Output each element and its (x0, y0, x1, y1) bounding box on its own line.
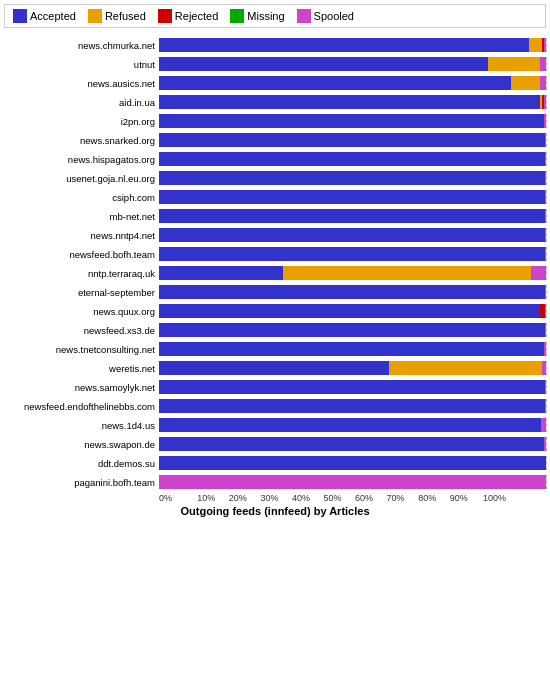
grid-line (546, 285, 547, 299)
bar-segment-spooled (545, 304, 546, 318)
bar-segment-accepted (159, 399, 545, 413)
bar-wrapper (159, 342, 546, 356)
bar-area: 579311 (159, 380, 546, 394)
chart-row: news.hispagatos.org874916 (4, 150, 546, 168)
bar-wrapper (159, 380, 546, 394)
bar-segment-refused (529, 38, 543, 52)
bar-wrapper (159, 171, 546, 185)
grid-line (546, 437, 547, 451)
chart-row: news.tnetconsulting.net698411 (4, 340, 546, 358)
chart-row: news.chmurka.net67763019 (4, 36, 546, 54)
bar-segment-accepted (159, 76, 511, 90)
chart-row: news.ausics.net5852476 (4, 74, 546, 92)
bar-wrapper (159, 38, 546, 52)
legend-item-missing: Missing (230, 9, 284, 23)
row-label: ddt.demos.su (4, 458, 159, 469)
row-label: newsfeed.bofh.team (4, 249, 159, 260)
x-tick: 10% (191, 493, 223, 503)
bar-area: 672912 (159, 209, 546, 223)
row-label: news.tnetconsulting.net (4, 344, 159, 355)
bar-area: 682727 (159, 114, 546, 128)
bar-segment-spooled (545, 323, 546, 337)
row-label: eternal-september (4, 287, 159, 298)
chart-row: ddt.demos.su390 (4, 454, 546, 472)
bar-segment-spooled (545, 399, 546, 413)
row-label: weretis.net (4, 363, 159, 374)
bar-wrapper (159, 361, 546, 375)
bar-area: 413111 (159, 361, 546, 375)
chart-row: news.nntp4.net862112 (4, 226, 546, 244)
grid-line (546, 361, 547, 375)
x-tick: 60% (348, 493, 380, 503)
bar-segment-spooled (544, 114, 546, 128)
bar-area: 390 (159, 456, 546, 470)
grid-line (546, 266, 547, 280)
bar-area: 698411 (159, 342, 546, 356)
bar-segment-spooled (544, 437, 546, 451)
bar-area: 9863 (159, 437, 546, 451)
bar-wrapper (159, 228, 546, 242)
bar-area: 67763019 (159, 38, 546, 52)
chart-row: news.snarked.org687718 (4, 131, 546, 149)
grid-line (546, 171, 547, 185)
grid-line (546, 209, 547, 223)
row-label: paganini.bofh.team (4, 477, 159, 488)
x-tick: 70% (380, 493, 412, 503)
row-label: news.samoylyk.net (4, 382, 159, 393)
row-label: news.hispagatos.org (4, 154, 159, 165)
x-tick: 20% (222, 493, 254, 503)
bar-segment-accepted (159, 95, 540, 109)
chart-row: news.samoylyk.net579311 (4, 378, 546, 396)
bar-segment-accepted (159, 152, 545, 166)
bar-segment-accepted (159, 323, 545, 337)
row-label: i2pn.org (4, 116, 159, 127)
bar-wrapper (159, 133, 546, 147)
bar-segment-accepted (159, 418, 541, 432)
bar-segment-spooled (545, 190, 546, 204)
chart-row: newsfeed.endofthelinebbs.com664311 (4, 397, 546, 415)
bar-segment-accepted (159, 247, 545, 261)
row-label: nntp.terraraq.uk (4, 268, 159, 279)
legend: AcceptedRefusedRejectedMissingSpooled (4, 4, 546, 28)
row-label: newsfeed.endofthelinebbs.com (4, 401, 159, 412)
x-tick: 0% (159, 493, 191, 503)
legend-item-rejected: Rejected (158, 9, 218, 23)
legend-label-missing: Missing (247, 10, 284, 22)
bar-segment-accepted (159, 38, 529, 52)
bar-segment-spooled (540, 57, 546, 71)
bar-segment-refused (389, 361, 542, 375)
legend-item-accepted: Accepted (13, 9, 76, 23)
grid-line (546, 342, 547, 356)
bar-segment-spooled (544, 342, 546, 356)
bar-segment-spooled (544, 38, 546, 52)
bar-area: 687718 (159, 133, 546, 147)
grid-line (546, 380, 547, 394)
bar-segment-spooled (159, 475, 546, 489)
grid-line (546, 57, 547, 71)
row-label: mb-net.net (4, 211, 159, 222)
bar-segment-spooled (545, 247, 546, 261)
chart-row: usenet.goja.nl.eu.org676113 (4, 169, 546, 187)
grid-line (546, 475, 547, 489)
grid-line (546, 228, 547, 242)
bar-segment-spooled (545, 285, 546, 299)
bar-segment-accepted (159, 57, 488, 71)
row-label: news.chmurka.net (4, 40, 159, 51)
x-tick: 30% (254, 493, 286, 503)
bar-area: 689811 (159, 304, 546, 318)
chart-row: paganini.bofh.team96460 (4, 473, 546, 491)
chart-container: news.chmurka.net67763019utnut69841154new… (0, 32, 550, 547)
x-tick: 50% (317, 493, 349, 503)
grid-line (546, 247, 547, 261)
bar-area: 69841154 (159, 57, 546, 71)
legend-color-spooled (297, 9, 311, 23)
grid-line (546, 133, 547, 147)
bar-wrapper (159, 475, 546, 489)
bar-area: 690211 (159, 323, 546, 337)
bar-segment-spooled (545, 209, 546, 223)
bar-segment-accepted (159, 285, 545, 299)
bar-segment-accepted (159, 380, 545, 394)
bar-area: 664311 (159, 399, 546, 413)
bar-wrapper (159, 152, 546, 166)
row-label: csiph.com (4, 192, 159, 203)
